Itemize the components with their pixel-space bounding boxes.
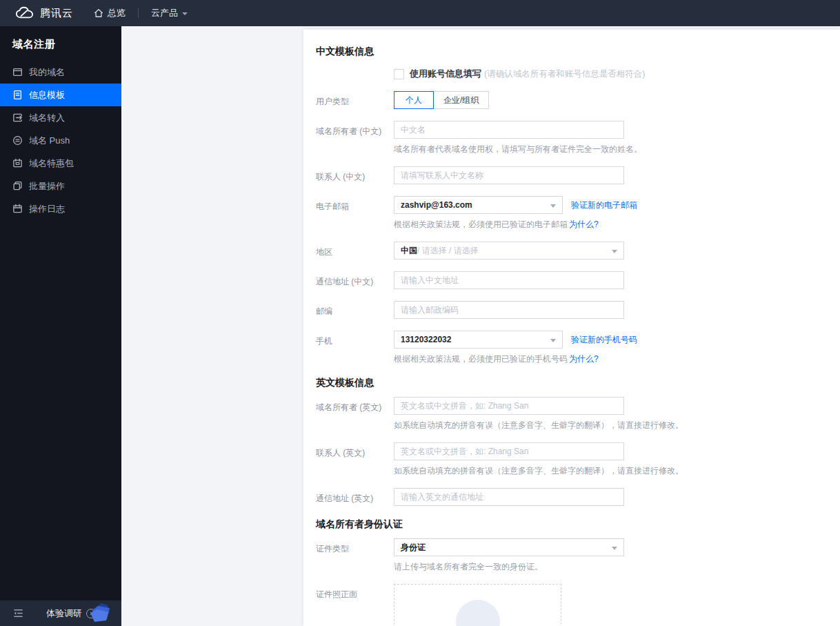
owner-cn-help: 域名所有者代表域名使用权，请填写与所有者证件完全一致的姓名。 [394, 144, 642, 155]
owner-cn-input[interactable] [394, 121, 624, 139]
verify-new-mobile-link[interactable]: 验证新的手机号码 [571, 331, 637, 349]
sidebar: 域名注册 我的域名 信息模板 域名转入 域名 Push [0, 26, 121, 626]
sidebar-menu: 我的域名 信息模板 域名转入 域名 Push 域名特惠包 [0, 61, 121, 220]
section-title-cn: 中文模板信息 [316, 45, 826, 57]
section-title-auth: 域名所有者身份认证 [316, 518, 826, 530]
transfer-in-icon [12, 113, 23, 123]
contact-en-input[interactable] [394, 442, 624, 460]
mobile-why-link[interactable]: 为什么? [569, 354, 599, 364]
select-caret-icon [550, 204, 556, 208]
cert-type-row: 证件类型 身份证 请上传与域名所有者完全一致的身份证。 [316, 538, 826, 572]
sidebar-item-label: 批量操作 [29, 180, 65, 193]
user-type-segment: 个人 企业/组织 [394, 91, 489, 109]
address-en-input[interactable] [394, 488, 624, 506]
select-caret-icon [612, 547, 617, 550]
topnav-divider [138, 8, 139, 18]
sidebar-item-my-domains[interactable]: 我的域名 [0, 61, 121, 84]
contact-cn-row: 联系人 (中文) [316, 166, 826, 184]
region-select[interactable]: 中国 / 请选择 / 请选择 [394, 242, 624, 260]
use-account-note: (请确认域名所有者和账号信息是否相符合) [484, 68, 645, 80]
mobile-help: 根据相关政策法规，必须使用已验证的手机号码为什么? [394, 353, 637, 364]
mobile-row: 手机 13120322032 验证新的手机号码 根据相关政策法规，必须使用已验证… [316, 331, 826, 364]
contact-cn-input[interactable] [394, 166, 624, 184]
zipcode-row: 邮编 [316, 301, 826, 319]
mobile-help-text: 根据相关政策法规，必须使用已验证的手机号码 [394, 354, 568, 364]
email-select[interactable]: zashvip@163.com [394, 196, 563, 214]
topnav-products[interactable]: 云产品 [151, 7, 188, 19]
my-domains-icon [12, 67, 23, 77]
email-row: 电子邮箱 zashvip@163.com 验证新的电子邮箱 根据相关政策法规，必… [316, 196, 826, 230]
mobile-value: 13120322032 [401, 335, 451, 344]
owner-cn-label: 域名所有者 (中文) [316, 121, 394, 155]
topnav-products-label: 云产品 [151, 7, 178, 19]
mobile-label: 手机 [316, 331, 394, 364]
verify-new-email-link[interactable]: 验证新的电子邮箱 [571, 196, 637, 214]
sidebar-title: 域名注册 [0, 26, 121, 51]
topnav-overview-label: 总览 [108, 7, 126, 19]
tencent-cloud-brand[interactable]: 腾讯云 [15, 6, 73, 20]
folder-illustration [86, 598, 120, 626]
use-account-label[interactable]: 使用账号信息填写 [410, 68, 481, 80]
region-value: 中国 [401, 245, 417, 257]
owner-en-input[interactable] [394, 397, 624, 415]
sidebar-item-label: 信息模板 [29, 89, 65, 101]
address-cn-input[interactable] [394, 271, 624, 289]
contact-en-row: 联系人 (英文) 如系统自动填充的拼音有误（注意多音字、生僻字的翻译），请直接进… [316, 442, 826, 476]
zipcode-input[interactable] [394, 301, 624, 319]
use-account-checkbox[interactable] [394, 69, 404, 79]
topbar: 腾讯云 总览 云产品 [0, 0, 840, 26]
user-type-org-button[interactable]: 企业/组织 [433, 91, 489, 109]
topnav-overview[interactable]: 总览 [94, 7, 126, 19]
email-value: zashvip@163.com [401, 200, 472, 210]
user-type-label: 用户类型 [316, 91, 394, 109]
cert-front-row: 证件照正面 [316, 584, 826, 626]
owner-cn-row: 域名所有者 (中文) 域名所有者代表域名使用权，请填写与所有者证件完全一致的姓名… [316, 121, 826, 155]
sidebar-item-info-template[interactable]: 信息模板 [0, 84, 121, 106]
address-en-label: 通信地址 (英文) [316, 488, 394, 506]
home-icon [94, 8, 103, 18]
contact-en-label: 联系人 (英文) [316, 442, 394, 476]
sidebar-item-label: 域名特惠包 [29, 157, 74, 170]
sidebar-item-transfer-in[interactable]: 域名转入 [0, 106, 121, 129]
sidebar-item-deal-package[interactable]: 域名特惠包 [0, 152, 121, 175]
cert-front-upload[interactable] [394, 584, 561, 626]
sidebar-item-batch-ops[interactable]: 批量操作 [0, 175, 121, 197]
cert-type-select[interactable]: 身份证 [394, 538, 624, 556]
cert-type-label: 证件类型 [316, 538, 394, 572]
ops-log-icon [12, 204, 23, 214]
owner-en-label: 域名所有者 (英文) [316, 397, 394, 431]
section-title-en: 英文模板信息 [316, 376, 826, 389]
address-cn-label: 通信地址 (中文) [316, 271, 394, 289]
sidebar-item-label: 操作日志 [29, 203, 65, 215]
user-type-personal-button[interactable]: 个人 [394, 91, 434, 109]
contact-cn-label: 联系人 (中文) [316, 166, 394, 184]
info-template-icon [12, 90, 23, 100]
email-help: 根据相关政策法规，必须使用已验证的电子邮箱为什么? [394, 219, 637, 230]
brand-label: 腾讯云 [40, 7, 73, 20]
select-caret-icon [550, 339, 556, 342]
zipcode-label: 邮编 [316, 301, 394, 319]
sidebar-footer: 体验调研 › [0, 600, 121, 626]
cert-front-label: 证件照正面 [316, 584, 394, 626]
tencent-cloud-logo-icon [15, 6, 34, 20]
region-row: 地区 中国 / 请选择 / 请选择 [316, 242, 826, 260]
mobile-select[interactable]: 13120322032 [394, 331, 563, 349]
template-form-panel: 中文模板信息 使用账号信息填写 (请确认域名所有者和账号信息是否相符合) 用户类… [303, 30, 840, 626]
upload-photo-icon [456, 600, 500, 626]
sidebar-item-label: 域名 Push [29, 135, 70, 147]
sidebar-item-ops-log[interactable]: 操作日志 [0, 197, 121, 220]
user-type-row: 用户类型 个人 企业/组织 [316, 91, 826, 109]
collapse-sidebar-icon[interactable] [13, 609, 23, 618]
use-account-row: 使用账号信息填写 (请确认域名所有者和账号信息是否相符合) [394, 68, 826, 79]
sidebar-item-domain-push[interactable]: 域名 Push [0, 129, 121, 152]
contact-en-help: 如系统自动填充的拼音有误（注意多音字、生僻字的翻译），请直接进行修改。 [394, 465, 683, 476]
sidebar-item-label: 域名转入 [29, 112, 65, 124]
region-placeholder: / 请选择 / 请选择 [417, 245, 479, 257]
domain-push-icon [12, 135, 23, 146]
cert-type-help: 请上传与域名所有者完全一致的身份证。 [394, 561, 624, 572]
email-why-link[interactable]: 为什么? [569, 219, 599, 229]
email-label: 电子邮箱 [316, 196, 394, 230]
batch-ops-icon [12, 181, 23, 191]
owner-en-row: 域名所有者 (英文) 如系统自动填充的拼音有误（注意多音字、生僻字的翻译），请直… [316, 397, 826, 431]
chevron-down-icon [182, 12, 188, 15]
